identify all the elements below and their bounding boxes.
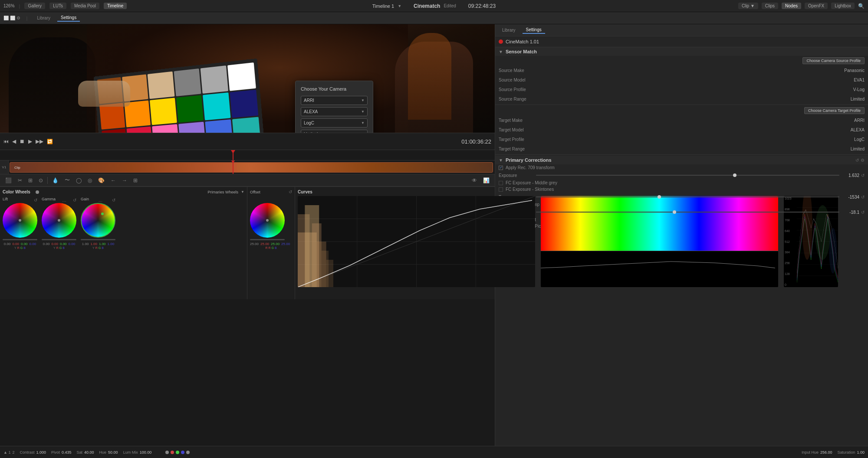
tab-gallery[interactable]: Gallery	[24, 3, 45, 9]
settings-tab[interactable]: Settings	[57, 14, 80, 22]
next-frame-btn[interactable]: ▶▶	[36, 138, 43, 144]
curve-icon[interactable]: 〜	[63, 176, 72, 185]
temp-reset-icon[interactable]: ↺	[861, 195, 865, 200]
tool-select[interactable]: ⊞	[26, 177, 34, 184]
library-tab-right[interactable]: Library	[499, 27, 519, 33]
gain-reset-btn[interactable]: ↺	[112, 198, 115, 203]
circle-icon[interactable]: ◯	[74, 177, 83, 184]
grid-icon[interactable]: ⊞	[132, 177, 139, 184]
lightbox-btn[interactable]: Lightbox	[831, 3, 855, 9]
hue-sat-canvas[interactable]	[541, 196, 778, 287]
primaries-mode-btn[interactable]: Primaries Wheels	[208, 190, 239, 194]
scopes-panel: Scopes Waveform ▼ ⚙ ⤢ 1023 896 768 64	[781, 187, 841, 299]
apply-rec709-checkbox[interactable]: ✓	[499, 166, 503, 170]
color-wheels-dot[interactable]	[36, 190, 39, 194]
offset-reset-btn[interactable]: ↺	[289, 190, 292, 194]
dropdown-model[interactable]: ALEXA ▼	[301, 107, 368, 116]
gamma-slider[interactable]	[42, 239, 76, 240]
tab-timeline[interactable]: Timeline	[104, 3, 127, 9]
target-icon[interactable]: ◎	[86, 177, 94, 184]
tool-blade[interactable]: ✂	[16, 177, 24, 184]
gain-values: 1.00 1.00 1.00 1.00	[82, 242, 114, 246]
color-swatch	[230, 89, 258, 118]
arrow-left-icon[interactable]: ←	[109, 177, 118, 184]
dropdown-profile[interactable]: LogC ▼	[301, 118, 368, 128]
tab-luts[interactable]: LUTs	[49, 3, 66, 9]
curves-canvas[interactable]	[298, 196, 535, 287]
transport-bar: ⏮ ◀ ⏹ ▶ ▶▶ 🔁 01:00:36:22	[0, 133, 495, 150]
go-start-btn[interactable]: ⏮	[3, 138, 9, 144]
hue-item: Hue 50.00	[99, 450, 118, 455]
fc-mid-checkbox[interactable]	[499, 181, 503, 185]
clip-btn[interactable]: Clip ▼	[738, 3, 758, 9]
timeline-clip-main[interactable]: Clip	[10, 162, 493, 173]
tool-wheel[interactable]: ⊙	[37, 177, 45, 184]
gamma-value-labels: Y R G B	[53, 246, 65, 249]
gain-ellipsis[interactable]: …	[99, 198, 103, 203]
lift-b: 0.00	[30, 242, 36, 246]
color-swatch	[205, 119, 233, 133]
library-tab[interactable]: Library	[33, 15, 54, 21]
offset-wheel[interactable]	[250, 203, 285, 238]
page-indicator[interactable]: ▲ 1	[3, 450, 10, 455]
primary-menu-icon[interactable]: ⚙	[861, 158, 865, 163]
nodes-btn[interactable]: Nodes	[782, 3, 801, 9]
sat-item: Sat 40.00	[77, 450, 94, 455]
dropdown-range[interactable]: Limited ▼	[301, 130, 368, 133]
pivot-label: Pivot	[51, 450, 60, 455]
eye-icon[interactable]: 👁	[470, 177, 479, 184]
prev-frame-btn[interactable]: ◀	[12, 138, 16, 144]
source-profile-btn[interactable]: Choose Camera Source Profile	[802, 57, 865, 64]
fc-skin-checkbox[interactable]	[499, 187, 503, 192]
lift-slider[interactable]	[3, 239, 37, 240]
search-icon[interactable]: 🔍	[858, 3, 865, 9]
exposure-reset-icon[interactable]: ↺	[861, 173, 865, 178]
timeline-name[interactable]: Timeline 1	[372, 3, 394, 9]
color-picker-icon[interactable]: 💧	[50, 177, 60, 184]
page-2-indicator[interactable]: 2	[12, 450, 14, 455]
target-profile-btn[interactable]: Choose Camera Target Profile	[804, 107, 865, 114]
gamma-ellipsis[interactable]: …	[62, 198, 66, 203]
target-model-row: Target Model ALEXA	[495, 125, 868, 134]
settings-tab-right[interactable]: Settings	[523, 26, 545, 34]
exposure-slider[interactable]	[536, 175, 839, 176]
dropdown-make[interactable]: ARRI ▼	[301, 96, 368, 105]
source-range-row: Source Range Limited	[495, 94, 868, 104]
timeline-track: V1 Clip	[0, 160, 495, 174]
bucket-icon[interactable]: 🎨	[96, 177, 106, 184]
contrast-label: Contrast	[20, 450, 34, 455]
lift-wheel-group: Lift ↺ 0.00 0.00 0.00	[3, 197, 37, 249]
clips-btn[interactable]: Clips	[762, 3, 778, 9]
lift-reset-btn[interactable]: ↺	[34, 198, 37, 203]
tool-pointer[interactable]: ⬛	[3, 177, 13, 184]
pivot-value: 0.435	[62, 450, 72, 455]
tab-media-pool[interactable]: Media Pool	[71, 3, 99, 9]
gamma-reset-btn[interactable]: ↺	[73, 198, 76, 203]
source-range-label: Source Range	[499, 97, 851, 101]
chart-icon[interactable]: 📊	[481, 177, 491, 184]
loop-btn[interactable]: 🔁	[47, 139, 53, 144]
color-swatch	[102, 128, 128, 133]
arrow-right-icon[interactable]: →	[120, 177, 129, 184]
gain-wheel[interactable]	[81, 203, 115, 238]
gamma-wheel[interactable]	[42, 203, 76, 238]
play-btn[interactable]: ▶	[28, 138, 32, 144]
primary-reset[interactable]: ↺	[855, 158, 859, 163]
primary-corrections-header[interactable]: ▼ Primary Corrections ↺ ⚙	[495, 156, 868, 164]
gain-slider[interactable]	[81, 239, 115, 240]
openfx-btn[interactable]: OpenFX	[805, 3, 828, 9]
tint-reset-icon[interactable]: ↺	[861, 210, 865, 215]
offset-slider[interactable]	[250, 239, 285, 240]
lift-wheel[interactable]	[3, 203, 37, 238]
stop-btn[interactable]: ⏹	[20, 138, 25, 144]
lum-mix-label: Lum Mix	[123, 450, 138, 455]
divider-1	[495, 105, 868, 105]
playhead-timecode: 01:00:36:22	[461, 138, 491, 145]
dropdown-arrow-1: ▼	[361, 98, 365, 102]
sensor-match-header[interactable]: ▼ Sensor Match	[495, 47, 868, 56]
lift-label: Lift	[3, 197, 8, 201]
zoom-control[interactable]: 126%	[3, 3, 15, 8]
curves-grid-svg	[298, 196, 535, 287]
right-panel-tabs: Library Settings	[495, 24, 868, 36]
color-swatch	[150, 98, 177, 125]
